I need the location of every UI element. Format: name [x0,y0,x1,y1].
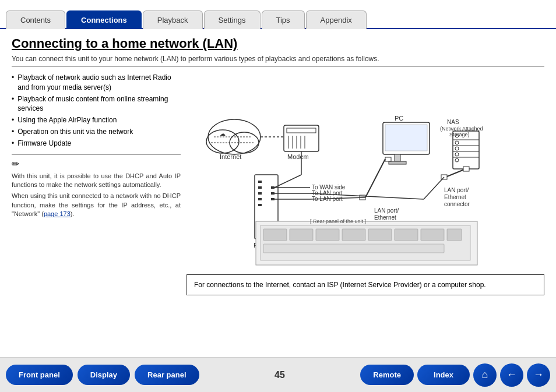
svg-rect-78 [447,229,462,241]
svg-rect-20 [258,192,262,195]
note-item-2: When using this unit connected to a netw… [12,192,181,218]
bullet-dot: • [12,94,14,104]
bullet-dot: • [12,73,14,83]
rear-panel-button[interactable]: Rear panel [135,365,199,385]
svg-rect-75 [395,229,418,241]
back-arrow-icon: ← [506,369,517,381]
bullet-list: • Playback of network audio such as Inte… [12,73,181,149]
front-panel-button[interactable]: Front panel [6,365,73,385]
svg-text:Modem: Modem [287,153,309,160]
bottom-nav-right: Remote Index ⌂ ← → [360,363,550,387]
forward-button[interactable]: → [527,363,550,387]
svg-rect-77 [263,244,444,253]
svg-text:LAN port/: LAN port/ [374,207,399,214]
network-diagram: ☁ Internet Modem [186,73,544,271]
bottom-nav-left: Front panel Display Rear panel [6,365,199,385]
bullet-item-2: • Playback of music content from online … [12,94,181,114]
svg-line-33 [275,175,301,188]
svg-rect-71 [290,229,313,241]
bullet-item-5: • Firmware Update [12,139,181,149]
bottom-navigation: Front panel Display Rear panel 45 Remote… [0,357,556,392]
svg-rect-72 [316,229,339,241]
svg-rect-22 [258,204,262,206]
bullet-text-3: Using the Apple AirPlay function [17,115,117,125]
svg-text:Ethernet: Ethernet [444,194,466,200]
bullet-dot: • [12,115,14,125]
svg-text:connector: connector [444,201,470,207]
svg-rect-70 [263,229,287,241]
svg-rect-24 [271,192,275,195]
bullet-item-1: • Playback of network audio such as Inte… [12,73,181,93]
display-button[interactable]: Display [78,365,130,385]
notice-box: For connections to the Internet, contact… [186,274,544,295]
bullet-item-3: • Using the Apple AirPlay function [12,115,181,125]
note-icon: ✏ [12,158,181,169]
tab-contents[interactable]: Contents [6,10,65,29]
tab-appendix[interactable]: Appendix [306,10,367,29]
svg-text:(Network Attached: (Network Attached [440,126,483,132]
svg-text:LAN port/: LAN port/ [444,187,469,193]
remote-button[interactable]: Remote [360,365,414,385]
svg-text:NAS: NAS [447,119,459,125]
svg-rect-37 [389,161,406,164]
bullet-text-5: Firmware Update [17,139,71,149]
svg-rect-76 [421,229,444,241]
notice-text: For connections to the Internet, contact… [194,281,486,289]
svg-rect-23 [271,186,275,189]
tab-playback[interactable]: Playback [143,10,203,29]
bullet-item-4: • Operation on this unit via the network [12,127,181,137]
note-section: ✏ With this unit, it is possible to use … [12,154,181,219]
svg-rect-19 [258,186,262,189]
page-subtitle: You can connect this unit to your home n… [12,55,544,67]
svg-text:☁: ☁ [220,130,226,137]
svg-line-40 [365,159,385,197]
bullet-text-1: Playback of network audio such as Intern… [17,73,181,93]
home-button[interactable]: ⌂ [473,363,497,387]
bullet-text-2: Playback of music content from online st… [17,94,181,114]
left-column: • Playback of network audio such as Inte… [12,73,181,295]
tab-settings[interactable]: Settings [204,10,261,29]
index-button[interactable]: Index [417,365,470,385]
svg-rect-18 [258,181,262,183]
bullet-dot: • [12,139,14,149]
bullet-dot: • [12,127,14,137]
tab-tips[interactable]: Tips [262,10,305,29]
note-link[interactable]: page 173 [44,210,71,217]
page-number: 45 [275,370,285,380]
svg-text:[ Rear panel of the unit ]: [ Rear panel of the unit ] [310,218,366,224]
svg-rect-25 [271,198,275,200]
bullet-text-4: Operation on this unit via the network [17,127,133,137]
svg-text:Internet: Internet [220,153,241,160]
tab-connections[interactable]: Connections [66,10,142,29]
page-title: Connecting to a home network (LAN) [12,36,544,51]
svg-line-65 [424,177,444,199]
svg-rect-36 [395,154,400,161]
content-area: • Playback of network audio such as Inte… [12,73,544,295]
forward-arrow-icon: → [533,369,544,381]
svg-rect-35 [385,125,427,151]
main-content: Connecting to a home network (LAN) You c… [0,29,556,357]
home-icon: ⌂ [482,369,488,381]
svg-text:Storage): Storage) [449,132,470,137]
svg-rect-74 [368,229,392,241]
svg-rect-39 [385,157,391,161]
svg-rect-8 [284,125,319,151]
svg-rect-60 [463,167,469,171]
svg-rect-73 [342,229,365,241]
right-column: ☁ Internet Modem [186,73,544,295]
svg-line-59 [447,169,466,176]
back-button[interactable]: ← [500,363,523,387]
top-navigation: Contents Connections Playback Settings T… [0,0,556,29]
svg-text:PC: PC [395,115,403,122]
note-item-1: With this unit, it is possible to use th… [12,172,181,190]
svg-rect-21 [258,198,262,200]
svg-text:Ethernet: Ethernet [374,214,396,221]
